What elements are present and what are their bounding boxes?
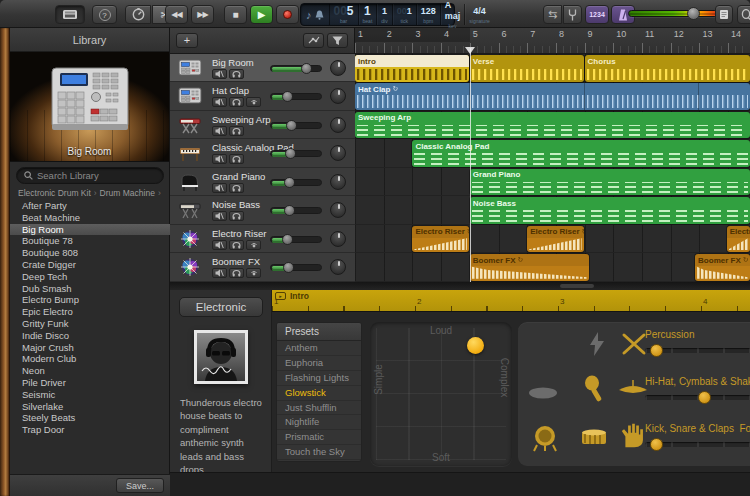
mute-button[interactable] [212,126,227,136]
patch-list-item[interactable]: Gritty Funk [10,318,170,330]
lcd-display[interactable]: ♪ 005 bar 1 beat 1 div 001 tick 128 bpm [300,3,455,26]
follow-label[interactable]: Fo [740,423,750,434]
loop-browser-button[interactable] [737,5,750,24]
patch-list-item[interactable]: Steely Beats [10,412,170,424]
track-volume-slider[interactable] [270,264,322,271]
mute-button[interactable] [212,69,227,79]
flex-button[interactable] [327,33,348,48]
solo-button[interactable] [229,97,244,107]
patch-list-item[interactable]: Dub Smash [10,283,170,295]
patch-list-item[interactable]: Modern Club [10,353,170,365]
maraca-icon[interactable] [584,375,606,407]
track-volume-slider[interactable] [270,179,322,186]
patch-list-item[interactable]: Boutique 78 [10,235,170,247]
track-volume-knob[interactable] [282,91,293,102]
region[interactable]: Hat Clap↻ [355,83,750,110]
add-track-button[interactable]: + [176,33,198,48]
preset-item[interactable]: Touch the Sky [277,445,361,460]
tuner-button[interactable] [563,5,582,24]
region[interactable]: Grand Piano [470,169,750,196]
kick-snare-slider[interactable] [645,442,750,447]
preset-item[interactable]: Prismatic [277,430,361,445]
hihat-knob[interactable] [698,391,711,404]
mute-button[interactable] [212,154,227,164]
track-volume-knob[interactable] [286,120,297,131]
pan-knob[interactable] [330,117,346,133]
genre-button[interactable]: Electronic [179,297,263,317]
track-row[interactable]: Hat Clap [170,82,355,110]
track-volume-slider[interactable] [270,93,322,100]
track-volume-knob[interactable] [283,262,294,273]
patch-list-item[interactable]: Major Crush [10,342,170,354]
patch-list-item[interactable]: Indie Disco [10,330,170,342]
hand-icon[interactable] [620,422,646,454]
search-field[interactable]: Search Library [16,167,164,184]
breadcrumb-category[interactable]: Electronic Drum Kit [18,188,91,198]
region[interactable]: Electro Riser↻ [412,226,468,253]
pan-knob[interactable] [330,202,346,218]
pan-knob[interactable] [330,88,346,104]
preset-item[interactable]: Euphoria [277,356,361,371]
solo-button[interactable] [229,211,244,221]
input-monitor-button[interactable] [246,240,261,250]
automation-button[interactable] [303,33,324,48]
percussion-knob[interactable] [650,344,663,357]
solo-button[interactable] [229,69,244,79]
solo-button[interactable] [229,154,244,164]
mute-button[interactable] [212,211,227,221]
patch-list-item[interactable]: Neon [10,365,170,377]
arrange-area[interactable]: 1234567891011121314 Intro Verse [355,28,750,282]
track-row[interactable]: Big Room [170,54,355,82]
xy-puck[interactable] [467,337,484,354]
notepad-button[interactable] [715,5,733,24]
track-volume-knob[interactable] [284,177,295,188]
library-toggle-button[interactable] [55,5,85,24]
mute-button[interactable] [212,240,227,250]
preset-item[interactable]: Flashing Lights [277,371,361,386]
input-monitor-button[interactable] [246,268,261,278]
solo-button[interactable] [229,126,244,136]
pan-knob[interactable] [330,174,346,190]
track-volume-slider[interactable] [270,150,322,157]
count-in-button[interactable]: 1234 [585,5,609,24]
lightning-icon[interactable] [588,332,606,360]
save-button[interactable]: Save... [116,478,164,493]
editor-ruler[interactable]: ▸ Intro 1234 [272,290,750,312]
track-row[interactable]: Grand Piano [170,168,355,196]
patch-list-item[interactable]: Trap Door [10,424,170,436]
patch-list-item[interactable]: Crate Digger [10,259,170,271]
patch-list-item[interactable]: Epic Electro [10,306,170,318]
track-volume-knob[interactable] [282,234,293,245]
region[interactable]: Noise Bass [470,197,750,224]
master-volume-knob[interactable] [687,7,700,20]
mute-button[interactable] [212,268,227,278]
track-volume-slider[interactable] [270,65,322,72]
patch-list-item[interactable]: Seismic [10,389,170,401]
region[interactable]: Electro Riser↻ [527,226,583,253]
snare-drum-icon[interactable] [580,428,608,452]
timeline-ruler[interactable]: 1234567891011121314 [355,28,750,54]
percussion-slider[interactable] [645,348,750,353]
track-volume-slider[interactable] [270,236,322,243]
mute-button[interactable] [212,183,227,193]
track-volume-slider[interactable] [270,122,322,129]
region[interactable]: Electro Riser↻ [727,226,750,253]
track-volume-knob[interactable] [301,63,312,74]
help-button[interactable]: ? [92,5,117,24]
patch-list-item[interactable]: After Party [10,200,170,212]
pan-knob[interactable] [330,60,346,76]
region[interactable]: Chorus [585,55,750,82]
track-row[interactable]: Electro Riser [170,225,355,253]
master-volume-slider[interactable] [628,10,718,17]
preset-item[interactable]: Anthem [277,341,361,356]
kick-snare-knob[interactable] [650,438,663,451]
pan-knob[interactable] [330,231,346,247]
track-volume-knob[interactable] [285,148,296,159]
xy-pad[interactable]: Loud Soft Simple Complex [370,322,512,466]
patch-list-item[interactable]: Silverlake [10,401,170,413]
region[interactable]: Boomer FX↻ [695,254,750,281]
input-monitor-button[interactable] [246,97,261,107]
rewind-button[interactable]: ◀◀ [165,5,188,24]
preset-item[interactable]: Nightlife [277,415,361,430]
region[interactable]: Classic Analog Pad [412,140,750,167]
